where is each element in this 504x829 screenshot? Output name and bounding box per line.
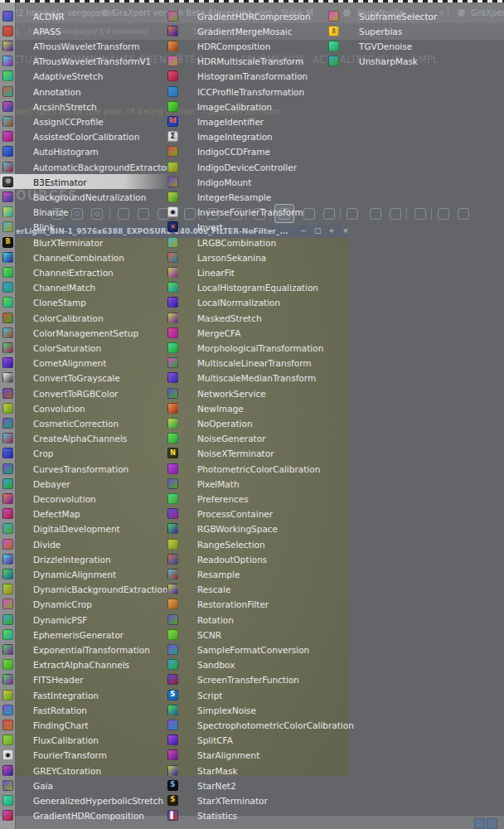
process-menu-item[interactable]: LocalNormalization: [164, 295, 323, 310]
process-menu-item[interactable]: Convolution: [0, 400, 170, 415]
process-menu-item[interactable]: SStarNet2: [164, 778, 323, 793]
process-menu-item[interactable]: LinearFit: [164, 264, 323, 279]
process-menu-item[interactable]: Debayer: [0, 476, 170, 491]
process-menu-item[interactable]: ReadoutOptions: [164, 551, 323, 566]
process-menu-item[interactable]: NoOperation: [164, 415, 323, 430]
process-menu-item[interactable]: ATrousWaveletTransform: [0, 38, 170, 53]
process-menu-item[interactable]: HDRComposition: [164, 38, 323, 53]
process-menu-item[interactable]: Crop: [0, 446, 170, 461]
process-menu-item[interactable]: Rotation: [164, 612, 323, 627]
process-menu-item[interactable]: FITSHeader: [0, 672, 170, 687]
process-menu-item[interactable]: Blink: [0, 220, 170, 235]
process-menu-item[interactable]: ExponentialTransformation: [0, 642, 170, 657]
process-menu-item[interactable]: APASS: [0, 23, 170, 38]
process-menu-item[interactable]: DefectMap: [0, 507, 170, 521]
process-menu-item[interactable]: Deconvolution: [0, 491, 170, 506]
process-menu-item[interactable]: AssistedColorCalibration: [0, 129, 170, 144]
process-menu-item[interactable]: ΣImageIntegration: [164, 129, 323, 144]
process-menu-item[interactable]: SCNR: [164, 627, 323, 642]
process-menu-item[interactable]: ICCProfileTransformation: [164, 84, 323, 99]
process-menu-item[interactable]: ChannelCombination: [0, 250, 170, 264]
process-menu-item[interactable]: RangeSelection: [164, 536, 323, 551]
process-menu-item[interactable]: ▮Superbias: [325, 23, 487, 38]
process-menu-item[interactable]: IndigoDeviceController: [164, 159, 323, 174]
process-menu-item[interactable]: LarsonSekanina: [164, 250, 323, 264]
process-menu-item[interactable]: NoiseGenerator: [164, 431, 323, 446]
process-menu-item[interactable]: GeneralizedHyperbolicStretch: [0, 793, 170, 807]
process-menu-item[interactable]: SpectrophotometricColorCalibration: [164, 717, 323, 732]
process-menu-item[interactable]: SStarXTerminator: [164, 793, 323, 807]
process-menu-item[interactable]: IndigoMount: [164, 174, 323, 189]
process-menu-item[interactable]: ScreenTransferFunction: [164, 672, 323, 687]
process-menu-item[interactable]: ATrousWaveletTransformV1: [0, 54, 170, 69]
process-menu-item[interactable]: FastIntegration: [0, 687, 170, 702]
process-menu-item[interactable]: NewImage: [164, 400, 323, 415]
process-menu-item[interactable]: ArcsinhStretch: [0, 99, 170, 114]
process-menu-item[interactable]: Sandbox: [164, 657, 323, 672]
process-menu-item[interactable]: CreateAlphaChannels: [0, 431, 170, 446]
process-menu-item[interactable]: LRGBCombination: [164, 235, 323, 250]
process-menu-item[interactable]: Rescale: [164, 582, 323, 597]
process-menu-item[interactable]: Divide: [0, 536, 170, 551]
process-menu-item[interactable]: DynamicBackgroundExtraction: [0, 582, 170, 597]
process-menu-item[interactable]: LocalHistogramEqualization: [164, 280, 323, 295]
process-menu-item[interactable]: Annotation: [0, 84, 170, 99]
process-menu-item[interactable]: ConvertToRGBColor: [0, 385, 170, 400]
process-menu-item[interactable]: GradientHDRCompression: [164, 8, 323, 23]
process-menu-item[interactable]: Binarize: [0, 205, 170, 220]
process-menu-item[interactable]: MultiscaleMedianTransform: [164, 371, 323, 385]
process-menu-item[interactable]: ACDNR: [0, 8, 170, 23]
process-menu-item[interactable]: ImageCalibration: [164, 99, 323, 114]
process-menu-item[interactable]: ◉InverseFourierTransform: [164, 205, 323, 220]
process-menu-item[interactable]: GradientMergeMosaic: [164, 23, 323, 38]
process-menu-item[interactable]: AutomaticBackgroundExtractor: [0, 159, 170, 174]
process-menu-item[interactable]: MaskedStretch: [164, 310, 323, 325]
process-menu-item[interactable]: PhotometricColorCalibration: [164, 461, 323, 476]
process-menu-item[interactable]: MultiscaleLinearTransform: [164, 356, 323, 371]
process-menu-item[interactable]: ⬢B3Estimator: [0, 174, 170, 189]
process-menu-item[interactable]: HistogramTransformation: [164, 69, 323, 84]
process-menu-item[interactable]: FluxCalibration: [0, 733, 170, 748]
process-menu-item[interactable]: MorphologicalTransformation: [164, 340, 323, 355]
process-menu-item[interactable]: BBlurXTerminator: [0, 235, 170, 250]
process-menu-item[interactable]: ✕Invert: [164, 220, 323, 235]
process-menu-item[interactable]: ColorManagementSetup: [0, 325, 170, 340]
process-menu-item[interactable]: Preferences: [164, 491, 323, 506]
process-menu-item[interactable]: ConvertToGrayscale: [0, 371, 170, 385]
process-menu-item[interactable]: TGVDenoise: [325, 38, 487, 53]
process-menu-item[interactable]: FastRotation: [0, 702, 170, 717]
process-menu-item[interactable]: NetworkService: [164, 385, 323, 400]
process-menu-item[interactable]: PixelMath: [164, 476, 323, 491]
process-menu-item[interactable]: CosmeticCorrection: [0, 415, 170, 430]
process-menu-item[interactable]: AssignICCProfile: [0, 114, 170, 128]
process-menu-item[interactable]: ChannelExtraction: [0, 264, 170, 279]
process-menu-item[interactable]: Resample: [164, 566, 323, 581]
process-menu-item[interactable]: DynamicCrop: [0, 597, 170, 612]
process-menu-item[interactable]: SampleFormatConversion: [164, 642, 323, 657]
process-menu-item[interactable]: FindingChart: [0, 717, 170, 732]
process-menu-item[interactable]: DynamicAlignment: [0, 566, 170, 581]
process-menu-item[interactable]: ChannelMatch: [0, 280, 170, 295]
process-menu-item[interactable]: NNoiseXTerminator: [164, 446, 323, 461]
process-menu-item[interactable]: IntegerResample: [164, 189, 323, 204]
process-menu-item[interactable]: RGBWorkingSpace: [164, 521, 323, 536]
process-menu-item[interactable]: IndigoCCDFrame: [164, 144, 323, 159]
process-menu-item[interactable]: HDRMultiscaleTransform: [164, 54, 323, 69]
process-menu-item[interactable]: IdImageIdentifier: [164, 114, 323, 128]
process-menu-item[interactable]: Gaia: [0, 778, 170, 793]
process-menu-item[interactable]: GradientHDRComposition: [0, 808, 170, 823]
process-menu-item[interactable]: ◉FourierTransform: [0, 748, 170, 763]
process-menu-item[interactable]: ColorSaturation: [0, 340, 170, 355]
process-menu-item[interactable]: MergeCFA: [164, 325, 323, 340]
process-menu-item[interactable]: StarMask: [164, 763, 323, 778]
process-menu-item[interactable]: DrizzleIntegration: [0, 551, 170, 566]
process-menu-item[interactable]: AutoHistogram: [0, 144, 170, 159]
process-menu-item[interactable]: ▌Statistics: [164, 808, 323, 823]
process-menu-item[interactable]: SScript: [164, 687, 323, 702]
process-menu-item[interactable]: GREYCstoration: [0, 763, 170, 778]
process-menu-item[interactable]: BackgroundNeutralization: [0, 189, 170, 204]
process-menu-item[interactable]: DynamicPSF: [0, 612, 170, 627]
process-menu-item[interactable]: SubframeSelector: [325, 8, 487, 23]
process-menu-item[interactable]: UnsharpMask: [325, 54, 487, 69]
process-menu-item[interactable]: ProcessContainer: [164, 507, 323, 521]
